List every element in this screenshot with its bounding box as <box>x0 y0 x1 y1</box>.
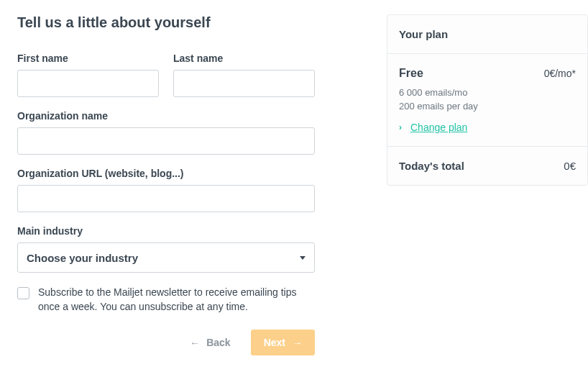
next-button[interactable]: Next → <box>251 330 315 355</box>
org-name-input[interactable] <box>17 127 315 155</box>
total-label: Today's total <box>399 160 464 172</box>
industry-select[interactable]: Choose your industry <box>17 242 315 273</box>
org-name-label: Organization name <box>17 110 315 122</box>
org-url-label: Organization URL (website, blog...) <box>17 168 315 179</box>
last-name-input[interactable] <box>173 70 315 97</box>
plan-card: Your plan Free 0€/mo* 6 000 emails/mo 20… <box>387 14 588 186</box>
industry-selected-text: Choose your industry <box>27 252 138 264</box>
next-button-label: Next <box>264 337 285 348</box>
first-name-input[interactable] <box>17 70 159 97</box>
back-button[interactable]: ← Back <box>190 337 230 348</box>
change-plan-link[interactable]: Change plan <box>410 122 467 133</box>
page-title: Tell us a little about yourself <box>17 14 315 31</box>
arrow-right-icon: → <box>293 338 302 348</box>
plan-header: Your plan <box>399 28 576 40</box>
plan-name: Free <box>399 67 423 80</box>
newsletter-checkbox[interactable] <box>17 287 29 299</box>
newsletter-label: Subscribe to the Mailjet newsletter to r… <box>38 286 315 314</box>
plan-price: 0€/mo* <box>544 68 576 79</box>
plan-emails-per-day: 200 emails per day <box>399 101 576 112</box>
first-name-label: First name <box>17 53 159 64</box>
org-url-input[interactable] <box>17 185 315 212</box>
total-value: 0€ <box>564 160 576 172</box>
back-button-label: Back <box>206 337 230 348</box>
arrow-left-icon: ← <box>190 338 199 348</box>
caret-down-icon <box>300 256 306 260</box>
industry-label: Main industry <box>17 225 315 237</box>
chevron-right-icon: › <box>399 122 402 132</box>
last-name-label: Last name <box>173 53 315 64</box>
plan-emails-per-month: 6 000 emails/mo <box>399 87 576 98</box>
